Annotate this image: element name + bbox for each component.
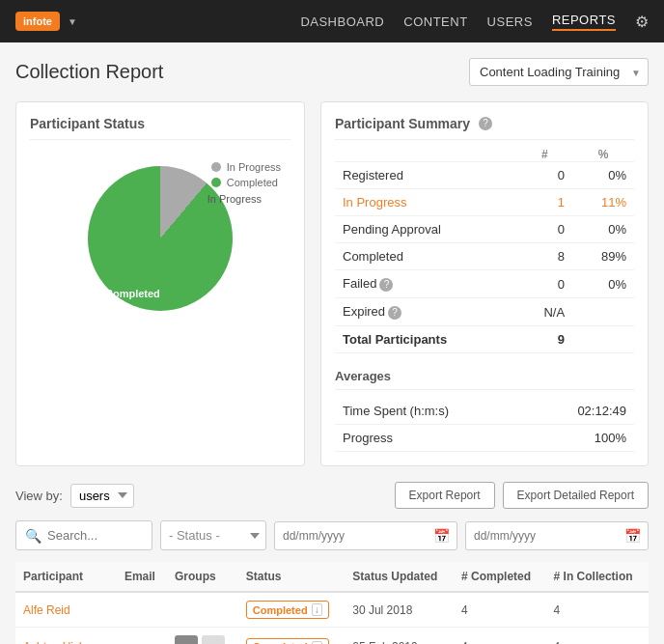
col-status: Status bbox=[238, 562, 345, 592]
nav-content[interactable]: CONTENT bbox=[403, 14, 467, 29]
summary-col-label bbox=[335, 148, 517, 162]
date-to-input[interactable] bbox=[465, 521, 649, 550]
help-icon-failed[interactable]: ? bbox=[379, 278, 393, 292]
nav-dropdown-arrow[interactable]: ▼ bbox=[68, 16, 77, 27]
groups-cell bbox=[167, 628, 238, 645]
groups-cell bbox=[167, 592, 238, 628]
page-title: Collection Report bbox=[15, 61, 163, 83]
status-dropdown-icon[interactable]: ↓ bbox=[312, 641, 322, 645]
content-selector-wrapper: Content Loading Training ▼ bbox=[469, 58, 649, 86]
averages-table: Time Spent (h:m:s)02:12:49Progress100% bbox=[335, 398, 634, 452]
status-badge: Completed↓ bbox=[246, 638, 329, 645]
content-selector[interactable]: Content Loading Training bbox=[469, 58, 649, 86]
participant-summary-title: Participant Summary bbox=[335, 116, 470, 131]
averages-title: Averages bbox=[335, 369, 634, 390]
help-icon-expired[interactable]: ? bbox=[388, 306, 401, 320]
col---in-collection: # In Collection bbox=[546, 562, 649, 592]
col-email: Email bbox=[117, 562, 167, 592]
status-cell: Completed↓ bbox=[238, 628, 345, 645]
page-content: Collection Report Content Loading Traini… bbox=[0, 42, 664, 644]
nav-users[interactable]: USERS bbox=[487, 14, 533, 29]
participant-link-1[interactable]: Ashton Hicks bbox=[23, 640, 91, 644]
completed-cell: 4 bbox=[454, 592, 545, 628]
controls-row: View by: users Export Report Export Deta… bbox=[15, 482, 649, 509]
status-badge: Completed↓ bbox=[246, 601, 329, 619]
cards-row: Participant Status In Progress Completed bbox=[15, 101, 649, 466]
avatar bbox=[175, 635, 198, 644]
search-icon: 🔍 bbox=[25, 528, 42, 544]
export-buttons: Export Report Export Detailed Report bbox=[395, 482, 649, 509]
status-dropdown-icon[interactable]: ↓ bbox=[312, 603, 322, 616]
status-text: Completed bbox=[253, 604, 308, 616]
table-header: ParticipantEmailGroupsStatusStatus Updat… bbox=[15, 562, 649, 592]
completed-cell: 4 bbox=[454, 628, 545, 645]
filter-row: 🔍 - Status - Completed In Progress 📅 📅 bbox=[15, 520, 649, 550]
search-wrapper: 🔍 bbox=[15, 520, 152, 550]
col-status-updated: Status Updated bbox=[345, 562, 454, 592]
pie-container: In Progress Completed bbox=[30, 152, 290, 325]
participant-summary-card: Participant Summary ? # % Registered00%I… bbox=[320, 101, 649, 466]
nav-reports[interactable]: REPORTS bbox=[552, 13, 616, 31]
col-participant: Participant bbox=[15, 562, 117, 592]
avatar bbox=[202, 635, 225, 644]
table-row: Alfe ReidCompleted↓30 Jul 201844 bbox=[15, 592, 649, 628]
status-updated-cell: 30 Jul 2018 bbox=[345, 592, 454, 628]
nav-dashboard[interactable]: DASHBOARD bbox=[300, 14, 384, 29]
view-by-section: View by: users bbox=[15, 484, 134, 508]
summary-help-icon[interactable]: ? bbox=[479, 117, 492, 130]
top-navigation: infote ▼ DASHBOARD CONTENT USERS REPORTS… bbox=[0, 0, 664, 42]
date-to-wrapper: 📅 bbox=[465, 521, 649, 550]
gear-icon[interactable]: ⚙ bbox=[635, 13, 649, 31]
page-header: Collection Report Content Loading Traini… bbox=[15, 58, 649, 86]
pie-wrapper: In Progress Completed bbox=[88, 166, 233, 311]
nav-right: DASHBOARD CONTENT USERS REPORTS ⚙ bbox=[300, 13, 649, 31]
nav-left: infote ▼ bbox=[15, 12, 77, 31]
summary-table: # % Registered00%In Progress111%Pending … bbox=[335, 148, 634, 353]
col---completed: # Completed bbox=[454, 562, 545, 592]
summary-col-percent: % bbox=[572, 148, 634, 162]
status-filter-select[interactable]: - Status - Completed In Progress bbox=[160, 520, 266, 550]
logo[interactable]: infote bbox=[15, 12, 60, 31]
participant-link-0[interactable]: Alfe Reid bbox=[23, 603, 70, 617]
participant-status-card: Participant Status In Progress Completed bbox=[15, 101, 305, 466]
email-cell bbox=[117, 592, 167, 628]
data-table: ParticipantEmailGroupsStatusStatus Updat… bbox=[15, 562, 649, 644]
status-cell: Completed↓ bbox=[238, 592, 345, 628]
export-report-button[interactable]: Export Report bbox=[395, 482, 495, 509]
summary-col-hash: # bbox=[517, 148, 572, 162]
date-from-input[interactable] bbox=[274, 521, 457, 550]
pie-label-completed: Completed bbox=[105, 288, 160, 299]
table-row: Ashton HicksCompleted↓05 Feb 201944 bbox=[15, 628, 649, 645]
in-collection-cell: 4 bbox=[546, 592, 649, 628]
view-by-label: View by: bbox=[15, 489, 63, 503]
status-updated-cell: 05 Feb 2019 bbox=[345, 628, 454, 645]
email-cell bbox=[117, 628, 167, 645]
export-detailed-report-button[interactable]: Export Detailed Report bbox=[503, 482, 649, 509]
in-collection-cell: 4 bbox=[546, 628, 649, 645]
averages-section: Averages Time Spent (h:m:s)02:12:49Progr… bbox=[335, 369, 634, 452]
date-from-wrapper: 📅 bbox=[274, 521, 457, 550]
view-by-select[interactable]: users bbox=[70, 484, 134, 508]
col-groups: Groups bbox=[167, 562, 238, 592]
pie-label-inprogress: In Progress bbox=[208, 193, 262, 205]
participant-status-title: Participant Status bbox=[30, 116, 290, 140]
